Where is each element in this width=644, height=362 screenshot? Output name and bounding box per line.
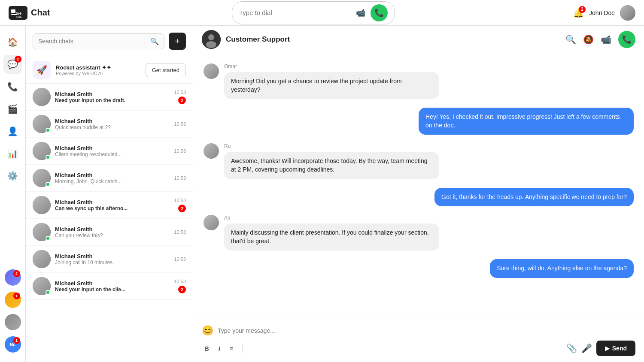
chat-item-time: 10:53 <box>174 256 186 262</box>
chat-item-time: 10:53 <box>174 229 186 235</box>
bottom-avatar-4[interactable]: Nc 1 <box>5 336 21 353</box>
user-name: John Doe <box>589 9 615 16</box>
chat-item-avatar <box>33 250 51 268</box>
send-label: Send <box>612 345 627 352</box>
message-bubble: Mainly discussing the client presentatio… <box>224 223 439 250</box>
message-bubble: Sure thing, will do. Anything else on th… <box>490 259 634 278</box>
chat-item-info: Michael Smith Can you review this? <box>55 226 170 238</box>
unread-badge: 2 <box>178 97 186 104</box>
input-row: 😊 <box>202 325 635 336</box>
nav-analytics[interactable]: 📊 <box>3 144 22 163</box>
nav-video[interactable]: 🎬 <box>3 100 22 118</box>
svg-point-7 <box>206 41 216 48</box>
online-indicator <box>46 128 50 133</box>
bold-button[interactable]: B <box>202 343 212 354</box>
chat-list: Michael Smith Need your input on the dra… <box>26 84 193 362</box>
emoji-button[interactable]: 😊 <box>202 325 213 336</box>
header-search-button[interactable]: 🔍 <box>565 34 576 45</box>
chat-item-meta: 10:53 2 <box>174 279 186 293</box>
message-input[interactable] <box>218 327 635 334</box>
chat-item-meta: 10:53 2 <box>174 90 186 104</box>
chat-list-item[interactable]: Michael Smith Need your input on the dra… <box>26 84 193 111</box>
unread-badge: 2 <box>178 286 186 293</box>
chat-list-item[interactable]: Michael Smith Morning, John. Quick catch… <box>26 165 193 192</box>
bottom-avatar-3[interactable] <box>5 314 21 330</box>
chat-item-info: Michael Smith Quick team huddle at 2? <box>55 118 170 130</box>
message-sender: Omar <box>224 63 439 69</box>
chat-item-avatar <box>33 223 51 241</box>
search-input[interactable] <box>38 38 147 45</box>
message-content: Omar Morning! Did you get a chance to re… <box>224 63 439 99</box>
chat-list-panel: 🔍 + 🚀 Rocket assistant ✦✦ Powered by We … <box>26 26 193 362</box>
rocket-assistant: 🚀 Rocket assistant ✦✦ Powered by We UC A… <box>26 57 193 84</box>
dial-call-button[interactable]: 📞 <box>371 4 388 21</box>
app-title: Chat <box>31 8 50 18</box>
chat-list-item[interactable]: Michael Smith Client meeting rescheduled… <box>26 138 193 165</box>
chat-item-time: 10:53 <box>174 198 186 203</box>
chat-item-info: Michael Smith Need your input on the cli… <box>55 280 170 293</box>
chat-item-info: Michael Smith Client meeting rescheduled… <box>55 145 170 157</box>
chat-item-time: 10:53 <box>174 90 186 95</box>
chat-item-name: Michael Smith <box>55 253 170 259</box>
mic-button[interactable]: 🎤 <box>581 343 592 353</box>
header-mute-button[interactable]: 🔕 <box>583 34 594 45</box>
chat-item-info: Michael Smith Need your input on the dra… <box>55 91 170 103</box>
chat-item-name: Michael Smith <box>55 172 170 178</box>
logo-icon: we uc. <box>9 6 27 20</box>
online-indicator <box>46 182 50 187</box>
chat-list-item[interactable]: Michael Smith Can we sync up this aftern… <box>26 192 193 219</box>
svg-point-6 <box>208 34 214 40</box>
nav-settings[interactable]: ⚙️ <box>3 166 22 185</box>
add-chat-button[interactable]: + <box>169 33 186 50</box>
chat-list-header: 🔍 + <box>26 33 193 57</box>
bottom-avatar-1[interactable]: 2 <box>5 269 21 286</box>
message-content: Got it, thanks for the heads up. Anythin… <box>434 188 634 207</box>
chat-item-name: Michael Smith <box>55 226 170 232</box>
bottom-avatar-1-badge: 2 <box>13 270 20 277</box>
toolbar-divider <box>242 344 243 353</box>
chat-item-preview: Can you review this? <box>55 232 170 238</box>
attach-button[interactable]: 📎 <box>566 343 577 353</box>
chat-item-name: Michael Smith <box>55 145 170 151</box>
chat-list-item[interactable]: Michael Smith Quick team huddle at 2? 10… <box>26 111 193 138</box>
chat-list-item[interactable]: Michael Smith Can you review this? 10:53 <box>26 219 193 246</box>
user-avatar[interactable] <box>620 5 635 21</box>
message-group: Sure thing, will do. Anything else on th… <box>204 259 634 278</box>
chat-list-item[interactable]: Michael Smith Need your input on the cli… <box>26 273 193 300</box>
chat-item-info: Michael Smith Can we sync up this aftern… <box>55 199 170 211</box>
main-layout: 🏠 💬 2 📞 🎬 👤 📊 ⚙️ 2 1 Nc 1 🔍 <box>0 26 644 362</box>
nav-chat[interactable]: 💬 2 <box>3 55 22 74</box>
list-button[interactable]: ≡ <box>227 343 236 354</box>
nav-contacts[interactable]: 👤 <box>3 122 22 141</box>
nav-home[interactable]: 🏠 <box>3 33 22 51</box>
chat-item-name: Michael Smith <box>55 280 170 287</box>
rocket-subtitle: Powered by We UC AI <box>56 71 140 76</box>
header-call-button[interactable]: 📞 <box>618 31 635 48</box>
chat-item-preview: Morning, John. Quick catch... <box>55 178 170 184</box>
chat-item-meta: 10:53 <box>174 256 186 262</box>
chat-item-info: Michael Smith Morning, John. Quick catch… <box>55 172 170 184</box>
chat-header: Customer Support 🔍 🔕 📹 📞 <box>193 26 644 53</box>
dial-video-button[interactable]: 📹 <box>356 8 365 18</box>
search-icon: 🔍 <box>150 37 159 45</box>
get-started-button[interactable]: Get started <box>146 63 186 77</box>
nav-phone[interactable]: 📞 <box>3 77 22 96</box>
notification-button[interactable]: 🔔 2 <box>573 8 584 18</box>
chat-item-meta: 10:53 <box>174 148 186 154</box>
message-sender: Ru <box>224 143 439 149</box>
header-video-button[interactable]: 📹 <box>601 34 611 45</box>
message-content: Sure thing, will do. Anything else on th… <box>490 259 634 278</box>
chat-input-area: 😊 B I ≡ 📎 🎤 ▶ Send <box>193 319 644 362</box>
chat-list-item[interactable]: Michael Smith Joining call in 10 minutes… <box>26 246 193 273</box>
italic-button[interactable]: I <box>216 343 223 354</box>
message-bubble: Got it, thanks for the heads up. Anythin… <box>434 188 634 207</box>
chat-item-preview: Joining call in 10 minutes. <box>55 259 170 265</box>
dial-input[interactable] <box>239 9 351 16</box>
rocket-icon: 🚀 <box>33 61 51 79</box>
chat-item-avatar <box>33 196 51 214</box>
send-button[interactable]: ▶ Send <box>596 341 635 356</box>
chat-item-meta: 10:53 <box>174 175 186 181</box>
online-indicator <box>46 290 50 295</box>
bottom-avatar-2[interactable]: 1 <box>5 292 21 308</box>
dial-area: 📹 📞 <box>84 1 543 24</box>
